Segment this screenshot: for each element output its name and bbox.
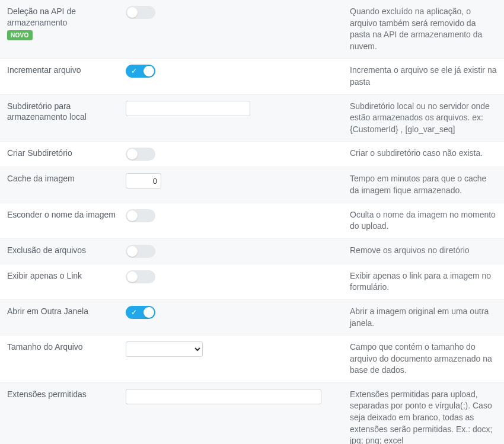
api-delete-desc: Quando excluído na aplicação, o arquivo … [345,6,497,52]
row-create-subdir: Criar Subdiretório ✓ Criar o subdiretóri… [0,142,504,167]
row-open-new-win: Abrir em Outra Janela ✓ Abrir a imagem o… [0,300,504,336]
row-hide-img-name: Esconder o nome da imagem ✓ Oculta o nom… [0,203,504,239]
increment-toggle[interactable]: ✓ [126,65,155,78]
api-delete-label: Deleção na API de armazenamento [7,7,76,27]
file-size-desc: Campo que contém o tamanho do arquivo do… [345,341,497,376]
show-link-only-label: Exibir apenas o Link [7,270,126,282]
row-allowed-ext: Extensões permitidas Extensões permitida… [0,383,504,444]
row-increment: Incrementar arquivo ✓ Incrementa o arqui… [0,59,504,94]
file-size-select[interactable] [126,341,203,357]
row-show-link-only: Exibir apenas o Link ✓ Exibir apenas o l… [0,264,504,300]
show-link-only-toggle[interactable]: ✓ [126,270,155,283]
api-delete-toggle[interactable]: ✓ [126,6,155,19]
hide-img-name-toggle[interactable]: ✓ [126,209,155,222]
img-cache-label: Cache da imagem [7,173,126,184]
subdir-input[interactable] [126,101,250,116]
subdir-desc: Subdiretório local ou no servidor onde e… [345,101,497,136]
open-new-win-label: Abrir em Outra Janela [7,306,126,317]
row-subdir: Subdiretório para armazenamento local Su… [0,95,504,142]
create-subdir-label: Criar Subdiretório [7,148,126,159]
create-subdir-toggle[interactable]: ✓ [126,148,155,161]
row-file-size: Tamanho do Arquivo Campo que contém o ta… [0,336,504,383]
row-img-cache: Cache da imagem Tempo em minutos para qu… [0,167,504,203]
open-new-win-toggle[interactable]: ✓ [126,306,155,319]
subdir-label: Subdiretório para armazenamento local [7,101,126,123]
show-link-only-desc: Exibir apenas o link para a imagem no fo… [345,270,497,293]
file-size-label: Tamanho do Arquivo [7,341,126,353]
allowed-ext-input[interactable] [126,389,321,404]
row-api-delete: Deleção na API de armazenamento NOVO ✓ Q… [0,0,504,59]
open-new-win-desc: Abrir a imagem original em uma outra jan… [345,306,497,329]
delete-files-toggle[interactable]: ✓ [126,245,155,258]
img-cache-desc: Tempo em minutos para que o cache da ima… [345,173,497,196]
row-delete-files: Exclusão de arquivos ✓ Remove os arquivo… [0,239,504,264]
hide-img-name-desc: Oculta o nome da imagem no momento do up… [345,209,497,232]
increment-label: Incrementar arquivo [7,65,126,76]
hide-img-name-label: Esconder o nome da imagem [7,209,126,221]
increment-desc: Incrementa o arquivo se ele já existir n… [345,65,497,88]
allowed-ext-label: Extensões permitidas [7,389,126,400]
check-icon: ✓ [131,309,137,316]
allowed-ext-desc: Extensões permitidas para upload, separa… [345,389,497,444]
create-subdir-desc: Criar o subdiretório caso não exista. [345,148,497,159]
delete-files-label: Exclusão de arquivos [7,245,126,256]
new-badge: NOVO [7,30,33,41]
delete-files-desc: Remove os arquivos no diretório [345,245,497,257]
check-icon: ✓ [131,68,137,75]
img-cache-input[interactable] [126,173,161,189]
